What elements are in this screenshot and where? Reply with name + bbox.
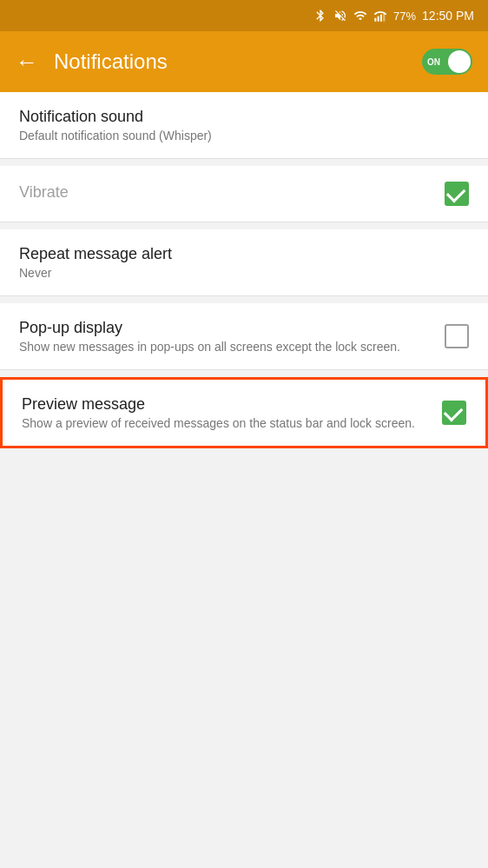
popup-display-subtitle: Show new messages in pop-ups on all scre… bbox=[19, 340, 445, 354]
battery-status: 77% bbox=[393, 10, 416, 23]
svg-rect-1 bbox=[378, 17, 379, 22]
preview-message-checkbox[interactable] bbox=[442, 401, 466, 425]
repeat-message-row[interactable]: Repeat message alert Never bbox=[0, 229, 488, 296]
clock: 12:50 PM bbox=[422, 9, 474, 23]
notification-sound-subtitle: Default notification sound (Whisper) bbox=[19, 129, 469, 142]
popup-display-checkbox[interactable] bbox=[445, 324, 469, 348]
popup-display-row[interactable]: Pop-up display Show new messages in pop-… bbox=[0, 303, 488, 370]
app-bar: ← Notifications ON bbox=[0, 31, 488, 92]
mute-icon bbox=[333, 9, 347, 23]
svg-rect-3 bbox=[383, 13, 385, 22]
preview-message-subtitle: Show a preview of received messages on t… bbox=[22, 416, 442, 430]
repeat-message-title: Repeat message alert bbox=[19, 245, 469, 263]
popup-display-text: Pop-up display Show new messages in pop-… bbox=[19, 319, 445, 354]
popup-display-title: Pop-up display bbox=[19, 319, 445, 337]
bluetooth-icon bbox=[313, 9, 327, 23]
preview-message-row[interactable]: Preview message Show a preview of receiv… bbox=[0, 377, 488, 448]
preview-message-title: Preview message bbox=[22, 395, 442, 414]
section-gap-2 bbox=[0, 222, 488, 229]
notifications-toggle[interactable]: ON bbox=[422, 49, 472, 75]
page-title: Notifications bbox=[54, 50, 406, 74]
toggle-knob bbox=[448, 50, 471, 73]
status-icons: 77% 12:50 PM bbox=[313, 9, 474, 23]
notification-sound-text: Notification sound Default notification … bbox=[19, 108, 469, 142]
vibrate-checkbox[interactable] bbox=[445, 182, 469, 206]
wifi-icon bbox=[353, 9, 367, 23]
preview-message-text: Preview message Show a preview of receiv… bbox=[22, 395, 442, 430]
section-gap-1 bbox=[0, 159, 488, 166]
notification-sound-row[interactable]: Notification sound Default notification … bbox=[0, 92, 488, 159]
vibrate-text: Vibrate bbox=[19, 183, 445, 204]
status-bar: 77% 12:50 PM bbox=[0, 0, 488, 31]
toggle-on-label: ON bbox=[427, 57, 440, 67]
repeat-message-text: Repeat message alert Never bbox=[19, 245, 469, 280]
svg-rect-2 bbox=[380, 15, 382, 22]
section-gap-3 bbox=[0, 296, 488, 303]
vibrate-title: Vibrate bbox=[19, 183, 445, 202]
vibrate-row[interactable]: Vibrate bbox=[0, 166, 488, 222]
toggle-switch[interactable]: ON bbox=[422, 49, 472, 75]
section-gap-4 bbox=[0, 370, 488, 377]
signal-icon bbox=[373, 9, 387, 23]
repeat-message-subtitle: Never bbox=[19, 266, 469, 280]
notification-sound-title: Notification sound bbox=[19, 108, 469, 126]
back-button[interactable]: ← bbox=[16, 49, 38, 76]
svg-rect-0 bbox=[374, 18, 376, 22]
settings-content: Notification sound Default notification … bbox=[0, 92, 488, 448]
